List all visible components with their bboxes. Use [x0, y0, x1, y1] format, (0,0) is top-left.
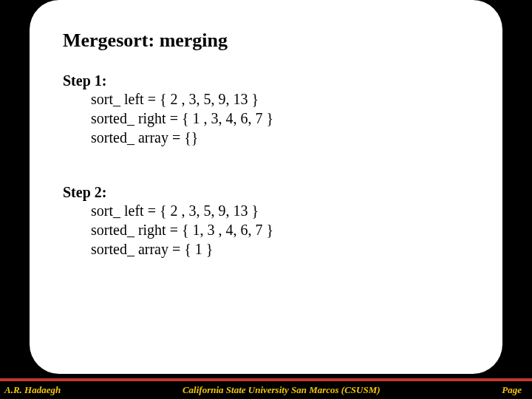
footer-page-label: Page	[502, 384, 522, 396]
step-2-body: sort_ left = { 2 , 3, 5, 9, 13 } sorted_…	[63, 201, 469, 259]
step-1-head: Step 1:	[63, 72, 469, 89]
step-1-line-2: sorted_ right = { 1 , 3, 4, 6, 7 }	[91, 109, 469, 128]
step-2-head: Step 2:	[63, 184, 469, 201]
step-2-line-1: sort_ left = { 2 , 3, 5, 9, 13 }	[91, 201, 469, 220]
step-2-line-2: sorted_ right = { 1, 3 , 4, 6, 7 }	[91, 220, 469, 239]
step-1-line-3: sorted_ array = {}	[91, 128, 469, 147]
slide-card: Mergesort: merging Step 1: sort_ left = …	[30, 0, 502, 374]
step-2: Step 2: sort_ left = { 2 , 3, 5, 9, 13 }…	[63, 184, 469, 259]
step-1-body: sort_ left = { 2 , 3, 5, 9, 13 } sorted_…	[63, 89, 469, 147]
slide-footer: A.R. Hadaegh California State University…	[0, 378, 532, 399]
step-1-line-1: sort_ left = { 2 , 3, 5, 9, 13 }	[91, 89, 469, 109]
footer-author: A.R. Hadaegh	[4, 384, 61, 396]
step-2-line-3: sorted_ array = { 1 }	[91, 239, 469, 259]
slide-title: Mergesort: merging	[63, 30, 469, 52]
footer-institution: California State University San Marcos (…	[61, 384, 502, 396]
step-1: Step 1: sort_ left = { 2 , 3, 5, 9, 13 }…	[63, 72, 469, 147]
